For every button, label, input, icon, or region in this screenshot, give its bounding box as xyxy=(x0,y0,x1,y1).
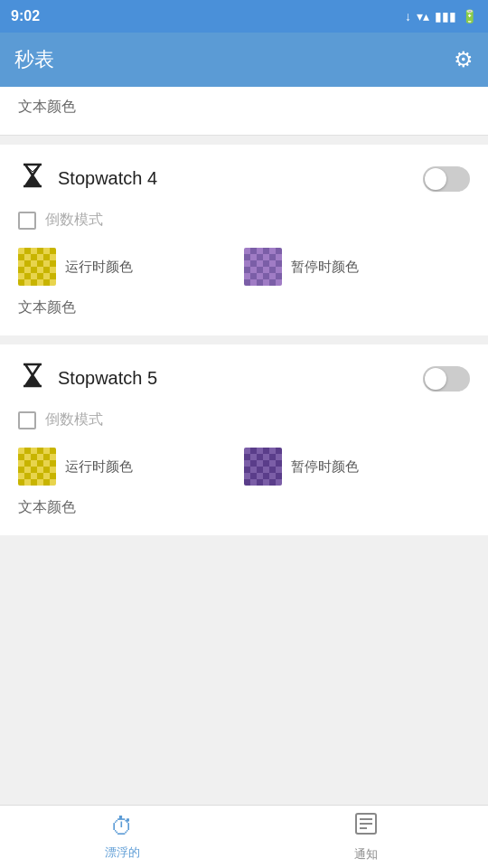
partial-text-color-label: 文本颜色 xyxy=(18,98,76,117)
stopwatch5-card: Stopwatch 5 倒数模式 运行时颜色 暂停时颜色 文本颜色 xyxy=(0,344,488,535)
stopwatch5-countdown-checkbox[interactable] xyxy=(18,411,36,429)
stopwatch4-name: Stopwatch 4 xyxy=(58,168,157,189)
stopwatch4-running-label: 运行时颜色 xyxy=(65,259,133,276)
stopwatch4-text-color-row[interactable]: 文本颜色 xyxy=(0,295,488,335)
stopwatch4-paused-label: 暂停时颜色 xyxy=(291,259,359,276)
nav-notification[interactable]: 通知 xyxy=(244,806,488,868)
app-title: 秒表 xyxy=(14,46,54,73)
stopwatch5-header: Stopwatch 5 xyxy=(0,344,488,405)
download-icon: ↓ xyxy=(405,9,411,24)
stopwatch4-header: Stopwatch 4 xyxy=(0,145,488,205)
stopwatch4-countdown-row[interactable]: 倒数模式 xyxy=(0,205,488,239)
stopwatch4-card: Stopwatch 4 倒数模式 运行时颜色 暂停时颜色 文本颜色 xyxy=(0,145,488,335)
stopwatch4-paused-color[interactable]: 暂停时颜色 xyxy=(244,248,470,286)
stopwatch5-hourglass-icon xyxy=(18,361,47,396)
partial-text-color-row: 文本颜色 xyxy=(18,98,470,117)
stopwatch5-countdown-row[interactable]: 倒数模式 xyxy=(0,405,488,439)
settings-button[interactable]: ⚙ xyxy=(454,47,474,72)
stopwatch5-running-label: 运行时颜色 xyxy=(65,458,133,476)
stopwatch4-text-color-label: 文本颜色 xyxy=(18,298,76,317)
status-bar: 9:02 ↓ ▾▴ ▮▮▮ 🔋 xyxy=(0,0,488,33)
stopwatch4-paused-swatch[interactable] xyxy=(244,248,282,286)
stopwatch5-countdown-label: 倒数模式 xyxy=(45,410,103,429)
stopwatch4-toggle-knob xyxy=(425,168,446,190)
stopwatch4-running-color[interactable]: 运行时颜色 xyxy=(18,248,244,286)
status-icons: ↓ ▾▴ ▮▮▮ 🔋 xyxy=(405,9,477,24)
wifi-icon: ▾▴ xyxy=(417,9,429,24)
floating-label: 漂浮的 xyxy=(105,844,140,861)
battery-icon: 🔋 xyxy=(462,9,477,24)
status-time: 9:02 xyxy=(11,8,40,24)
app-header: 秒表 ⚙ xyxy=(0,33,488,87)
stopwatch5-running-swatch[interactable] xyxy=(18,448,56,486)
stopwatch5-color-row: 运行时颜色 暂停时颜色 xyxy=(0,439,488,495)
stopwatch4-running-swatch[interactable] xyxy=(18,248,56,286)
stopwatch4-color-row: 运行时颜色 暂停时颜色 xyxy=(0,239,488,295)
stopwatch5-text-color-label: 文本颜色 xyxy=(18,498,76,517)
stopwatch5-text-color-row[interactable]: 文本颜色 xyxy=(0,495,488,535)
signal-icon: ▮▮▮ xyxy=(435,9,456,24)
stopwatch5-running-color[interactable]: 运行时颜色 xyxy=(18,448,244,486)
floating-icon: ⏱ xyxy=(110,813,134,841)
partial-card: 文本颜色 xyxy=(0,87,488,136)
stopwatch5-paused-color[interactable]: 暂停时颜色 xyxy=(244,448,470,486)
stopwatch4-countdown-label: 倒数模式 xyxy=(45,211,103,230)
stopwatch5-toggle[interactable] xyxy=(423,366,470,392)
notification-label: 通知 xyxy=(354,846,378,863)
nav-floating[interactable]: ⏱ 漂浮的 xyxy=(0,806,244,868)
stopwatch4-hourglass-icon xyxy=(18,161,47,196)
notification-icon xyxy=(353,811,379,843)
stopwatch4-countdown-checkbox[interactable] xyxy=(18,212,36,230)
stopwatch5-name: Stopwatch 5 xyxy=(58,368,157,389)
stopwatch5-title-row: Stopwatch 5 xyxy=(18,361,157,396)
stopwatch5-paused-swatch[interactable] xyxy=(244,448,282,486)
stopwatch4-toggle[interactable] xyxy=(423,166,470,192)
bottom-navigation: ⏱ 漂浮的 通知 xyxy=(0,805,488,868)
main-content: 文本颜色 Stopwatch 4 倒数模式 xyxy=(0,87,488,805)
stopwatch5-toggle-knob xyxy=(425,368,446,390)
stopwatch5-paused-label: 暂停时颜色 xyxy=(291,458,359,476)
stopwatch4-title-row: Stopwatch 4 xyxy=(18,161,157,196)
